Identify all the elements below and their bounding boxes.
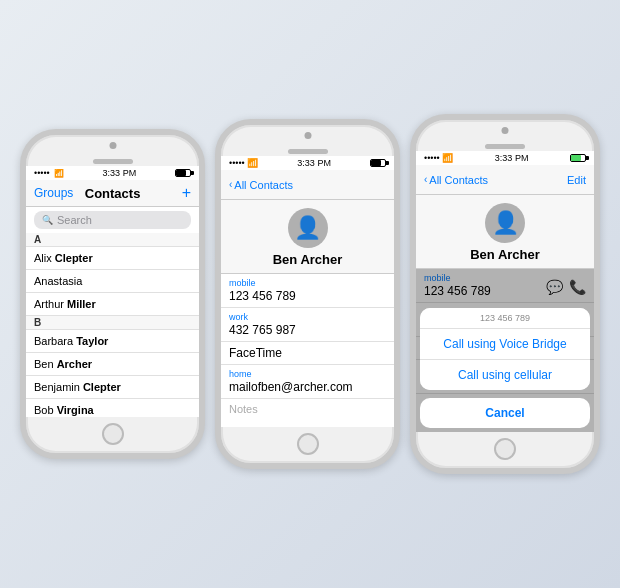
list-item[interactable]: Barbara Taylor	[26, 330, 199, 353]
call-cellular-btn[interactable]: Call using cellular	[420, 360, 590, 390]
speaker-3	[485, 144, 525, 149]
mobile-label-2: mobile	[229, 278, 386, 288]
search-bar[interactable]: 🔍 Search	[34, 211, 191, 229]
search-icon: 🔍	[42, 215, 53, 225]
battery-1	[175, 169, 191, 177]
call-voice-bridge-btn[interactable]: Call using Voice Bridge	[420, 329, 590, 360]
list-item[interactable]: Anastasia	[26, 270, 199, 293]
phone-bottom-2	[297, 427, 319, 463]
chevron-icon-3: ‹	[424, 174, 427, 185]
section-a: A	[26, 233, 199, 247]
screen-3: ••••• 📶 3:33 PM ‹ All Contacts Edit 👤	[416, 151, 594, 432]
phone-top-3	[416, 120, 594, 151]
back-btn-2[interactable]: ‹ All Contacts	[229, 179, 293, 191]
avatar-2: 👤	[288, 208, 328, 248]
avatar-3: 👤	[485, 203, 525, 243]
phone-bottom-3	[494, 432, 516, 468]
list-item[interactable]: Bob Virgina	[26, 399, 199, 417]
back-label-3: All Contacts	[429, 174, 488, 186]
wifi-1: 📶	[54, 169, 64, 178]
phone-1: ••••• 📶 3:33 PM Groups Contacts + 🔍 Sear…	[20, 129, 205, 459]
action-sheet-info: 123 456 789	[420, 308, 590, 329]
phone-3: ••••• 📶 3:33 PM ‹ All Contacts Edit 👤	[410, 114, 600, 474]
phone-top-2	[221, 125, 394, 156]
status-bar-3: ••••• 📶 3:33 PM	[416, 151, 594, 165]
battery-3	[570, 154, 586, 162]
time-3: 3:33 PM	[495, 153, 529, 163]
battery-fill-2	[371, 160, 381, 166]
edit-btn-3[interactable]: Edit	[567, 174, 586, 186]
signal-1: ••••• 📶	[34, 168, 64, 178]
status-bar-1: ••••• 📶 3:33 PM	[26, 166, 199, 180]
time-2: 3:33 PM	[297, 158, 331, 168]
signal-text-3: ••••• 📶	[424, 153, 453, 163]
phones-container: ••••• 📶 3:33 PM Groups Contacts + 🔍 Sear…	[20, 114, 600, 474]
contact-header-2: 👤 Ben Archer	[221, 200, 394, 274]
speaker-1	[93, 159, 133, 164]
work-value-2[interactable]: 432 765 987	[229, 323, 386, 337]
camera-1	[109, 142, 116, 149]
battery-fill-1	[176, 170, 186, 176]
speaker-2	[288, 149, 328, 154]
battery-fill-3	[571, 155, 581, 161]
screen-2: ••••• 📶 3:33 PM ‹ All Contacts 👤 Ben Arc…	[221, 156, 394, 427]
section-b: B	[26, 316, 199, 330]
detail-home-2: home mailofben@archer.com	[221, 365, 394, 399]
battery-2	[370, 159, 386, 167]
facetime-value-2[interactable]: FaceTime	[229, 346, 386, 360]
work-label-2: work	[229, 312, 386, 322]
phone-2: ••••• 📶 3:33 PM ‹ All Contacts 👤 Ben Arc…	[215, 119, 400, 469]
detail-mobile-2: mobile 123 456 789	[221, 274, 394, 308]
send-message-2[interactable]: Send Message	[221, 419, 394, 427]
list-item[interactable]: Ben Archer	[26, 353, 199, 376]
home-value-2[interactable]: mailofben@archer.com	[229, 380, 386, 394]
mobile-value-2[interactable]: 123 456 789	[229, 289, 386, 303]
contacts-title: Contacts	[73, 186, 151, 201]
contact-name-3: Ben Archer	[470, 247, 540, 262]
avatar-icon-3: 👤	[492, 210, 519, 236]
home-label-2: home	[229, 369, 386, 379]
home-button-1[interactable]	[102, 423, 124, 445]
groups-btn[interactable]: Groups	[34, 186, 73, 200]
status-bar-2: ••••• 📶 3:33 PM	[221, 156, 394, 170]
notes-2[interactable]: Notes	[221, 399, 394, 419]
detail-body-2: mobile 123 456 789 work 432 765 987 Face…	[221, 274, 394, 427]
action-sheet-overlay: 123 456 789 Call using Voice Bridge Call…	[416, 269, 594, 432]
phone-bottom-1	[102, 417, 124, 453]
chevron-icon-2: ‹	[229, 179, 232, 190]
detail-work-2: work 432 765 987	[221, 308, 394, 342]
nav-bar-2: ‹ All Contacts	[221, 170, 394, 200]
avatar-icon-2: 👤	[294, 215, 321, 241]
cancel-btn[interactable]: Cancel	[420, 398, 590, 428]
camera-2	[304, 132, 311, 139]
signal-text-1: •••••	[34, 168, 50, 178]
contact-header-3: 👤 Ben Archer	[416, 195, 594, 269]
time-1: 3:33 PM	[103, 168, 137, 178]
search-placeholder: Search	[57, 214, 92, 226]
phone-top-1	[26, 135, 199, 166]
action-sheet: 123 456 789 Call using Voice Bridge Call…	[420, 308, 590, 390]
list-item[interactable]: Arthur Miller	[26, 293, 199, 316]
camera-3	[502, 127, 509, 134]
list-item[interactable]: Alix Clepter	[26, 247, 199, 270]
home-button-3[interactable]	[494, 438, 516, 460]
contact-name-2: Ben Archer	[273, 252, 343, 267]
list-item[interactable]: Benjamin Clepter	[26, 376, 199, 399]
nav-bar-3: ‹ All Contacts Edit	[416, 165, 594, 195]
home-button-2[interactable]	[297, 433, 319, 455]
signal-text-2: ••••• 📶	[229, 158, 258, 168]
detail-facetime-2: FaceTime	[221, 342, 394, 365]
detail-body-3: mobile 123 456 789 💬 📞 work 432 765 987 …	[416, 269, 594, 432]
screen-1: ••••• 📶 3:33 PM Groups Contacts + 🔍 Sear…	[26, 166, 199, 417]
contacts-header: Groups Contacts +	[26, 180, 199, 207]
back-label-2: All Contacts	[234, 179, 293, 191]
add-contact-btn[interactable]: +	[152, 184, 191, 202]
back-btn-3[interactable]: ‹ All Contacts	[424, 174, 488, 186]
